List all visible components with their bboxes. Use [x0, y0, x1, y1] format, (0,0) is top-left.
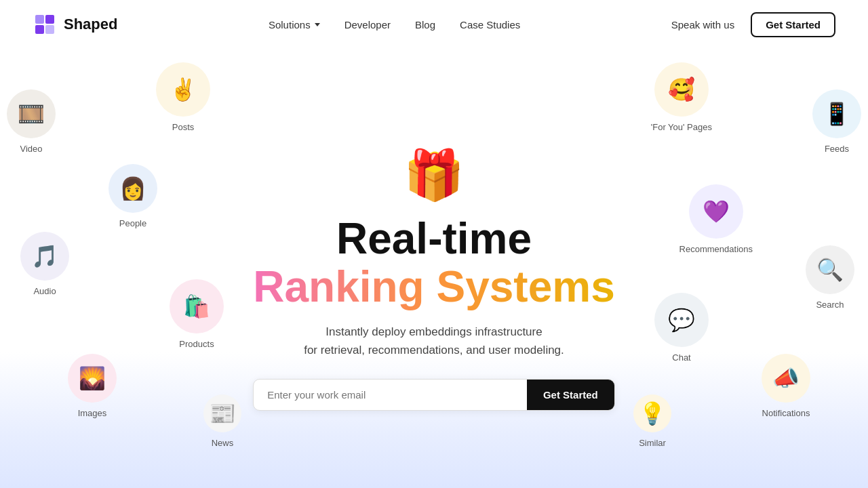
nav-get-started-button[interactable]: Get Started — [751, 12, 835, 37]
search-icon-circle: 🔍 — [806, 245, 854, 294]
floating-item-audio: 🎵 Audio — [20, 232, 69, 296]
logo-text: Shaped — [64, 16, 117, 33]
hero-title-line1: Real-time — [253, 215, 615, 262]
recommendations-label: Recommendations — [679, 244, 753, 254]
nav-links: Solutions Developer Blog Case Studies — [269, 19, 520, 30]
similar-label: Similar — [639, 438, 666, 448]
logo-link[interactable]: Shaped — [33, 12, 117, 37]
floating-item-recommendations: 💜 Recommendations — [679, 184, 753, 254]
floating-item-news: 📰 News — [203, 394, 241, 448]
feeds-label: Feeds — [825, 144, 849, 154]
floating-item-feeds: 📱 Feeds — [812, 89, 861, 154]
floating-item-search: 🔍 Search — [806, 245, 854, 310]
products-label: Products — [179, 339, 214, 349]
floating-item-notifications: 📣 Notifications — [762, 354, 810, 418]
nav-developer[interactable]: Developer — [344, 19, 391, 30]
notifications-icon-circle: 📣 — [762, 354, 810, 403]
audio-label: Audio — [33, 286, 56, 296]
floating-item-products: 🛍️ Products — [170, 279, 224, 349]
chevron-down-icon — [315, 23, 320, 26]
foryou-icon-circle: 🥰 — [654, 62, 709, 117]
floating-item-posts: ✌️ Posts — [156, 62, 210, 132]
nav-case-studies[interactable]: Case Studies — [460, 19, 520, 30]
svg-rect-1 — [45, 15, 54, 24]
video-icon-circle: 🎞️ — [7, 89, 56, 138]
hero-form: Get Started — [253, 379, 615, 411]
floating-item-video: 🎞️ Video — [7, 89, 56, 154]
people-label: People — [119, 218, 146, 228]
nav-solutions[interactable]: Solutions — [269, 19, 320, 30]
chat-label: Chat — [672, 352, 690, 363]
search-label: Search — [816, 300, 844, 310]
hero-subtitle-line1: Instantly deploy embeddings infrastructu… — [326, 325, 542, 338]
video-label: Video — [20, 144, 42, 154]
recommendations-icon-circle: 💜 — [689, 184, 743, 239]
navbar: Shaped Solutions Developer Blog Case Stu… — [0, 0, 868, 49]
hero-content: 🎁 Real-time Ranking Systems Instantly de… — [253, 146, 615, 410]
floating-item-similar: 💡 Similar — [633, 394, 671, 448]
images-label: Images — [78, 408, 107, 418]
logo-icon — [33, 12, 57, 37]
hero-subtitle-line2: for retrieval, recommendations, and user… — [304, 344, 564, 357]
nav-right: Speak with us Get Started — [671, 12, 835, 37]
floating-item-people: 👩 People — [108, 164, 157, 228]
hero-section: 🎞️ Video ✌️ Posts 👩 People 🎵 Audio 🛍️ Pr… — [0, 49, 868, 488]
floating-item-images: 🌄 Images — [68, 354, 117, 418]
hero-subtitle: Instantly deploy embeddings infrastructu… — [253, 323, 615, 359]
floating-item-foryou: 🥰 'For You' Pages — [651, 62, 712, 132]
posts-icon-circle: ✌️ — [156, 62, 210, 117]
hero-title: Real-time Ranking Systems — [253, 215, 615, 310]
email-input[interactable] — [254, 380, 527, 410]
chat-icon-circle: 💬 — [654, 293, 709, 347]
news-icon-circle: 📰 — [203, 394, 241, 432]
images-icon-circle: 🌄 — [68, 354, 117, 403]
floating-item-chat: 💬 Chat — [654, 293, 709, 363]
people-icon-circle: 👩 — [108, 164, 157, 213]
notifications-label: Notifications — [762, 408, 810, 418]
svg-rect-0 — [35, 15, 44, 24]
similar-icon-circle: 💡 — [633, 394, 671, 432]
products-icon-circle: 🛍️ — [170, 279, 224, 333]
feeds-icon-circle: 📱 — [812, 89, 861, 138]
news-label: News — [212, 438, 234, 448]
svg-rect-2 — [35, 25, 44, 34]
posts-label: Posts — [172, 122, 195, 132]
get-started-button[interactable]: Get Started — [527, 380, 614, 410]
hero-title-line2: Ranking Systems — [253, 263, 615, 310]
speak-with-us-link[interactable]: Speak with us — [671, 19, 734, 30]
svg-rect-3 — [45, 25, 54, 34]
gift-emoji: 🎁 — [253, 146, 615, 204]
foryou-label: 'For You' Pages — [651, 122, 712, 132]
nav-blog[interactable]: Blog — [415, 19, 435, 30]
audio-icon-circle: 🎵 — [20, 232, 69, 281]
